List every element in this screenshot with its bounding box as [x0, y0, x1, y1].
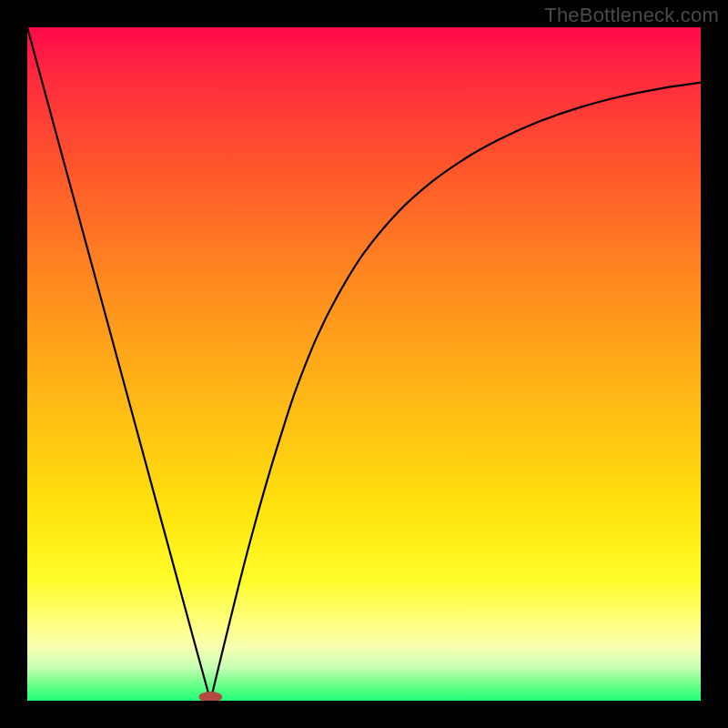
min-marker — [198, 692, 222, 701]
plot-area — [27, 27, 701, 701]
chart-frame: TheBottleneck.com — [0, 0, 728, 728]
curve-right-branch — [210, 83, 701, 701]
curve-left-branch — [27, 27, 210, 701]
watermark-text: TheBottleneck.com — [544, 4, 719, 27]
curve-layer — [27, 27, 701, 701]
